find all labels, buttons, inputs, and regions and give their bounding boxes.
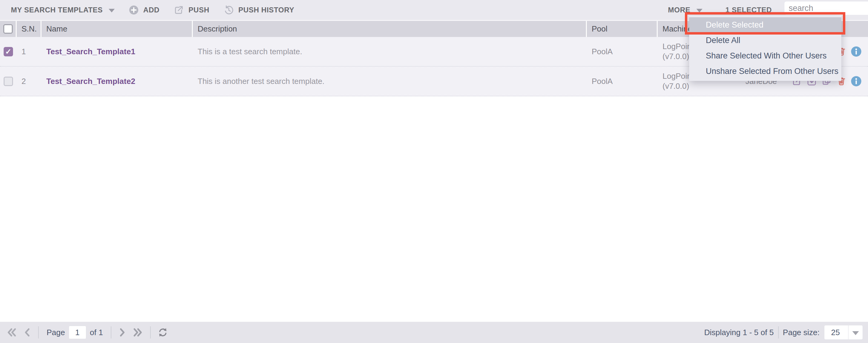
page-size-separator [848,325,849,339]
header-name: Name [41,21,193,37]
pagination-divider [38,326,39,339]
templates-dropdown-label: MY SEARCH TEMPLATES [11,6,102,14]
page-size-caret-icon [852,331,859,335]
template-name-link[interactable]: Test_Search_Template2 [46,77,135,86]
info-icon[interactable] [851,46,862,57]
page-number-input[interactable] [69,326,86,339]
menu-item-delete-selected[interactable]: Delete Selected [689,17,841,33]
pagination-bar: Page of 1 Displaying 1 - 5 of 5 [0,322,868,343]
first-page-icon[interactable] [6,327,18,338]
last-page-icon[interactable] [131,327,144,338]
select-all-cell [0,21,17,37]
toolbar-right-group: MORE 1 SELECTED [668,6,772,14]
templates-dropdown-button[interactable]: MY SEARCH TEMPLATES [11,6,115,14]
push-history-button[interactable]: PUSH HISTORY [223,4,294,16]
menu-item-share-selected[interactable]: Share Selected With Other Users [689,48,841,64]
push-history-icon [223,4,234,16]
more-dropdown-menu: Delete Selected Delete All Share Selecte… [689,16,841,81]
page-size-label: Page size: [783,328,819,337]
pagination-divider [778,326,779,339]
toolbar-left-group: MY SEARCH TEMPLATES ADD [11,4,308,16]
machine-version: (v7.0.0) [662,81,741,91]
page-label: Page [46,328,65,337]
refresh-icon[interactable] [157,327,168,338]
pagination-right-group: Displaying 1 - 5 of 5 Page size: 25 [704,325,863,339]
page-of-label: of 1 [90,328,103,337]
row-checkbox[interactable] [4,77,13,86]
search-box: ✕ [784,1,868,15]
next-page-icon[interactable] [118,327,126,338]
header-pool: Pool [587,21,658,37]
search-input[interactable] [784,4,868,13]
add-button-label: ADD [143,6,159,14]
page-size-select[interactable]: 25 [825,325,863,339]
prev-page-icon[interactable] [23,327,31,338]
my-search-templates-page: MY SEARCH TEMPLATES ADD [0,0,868,343]
info-icon[interactable] [851,76,862,87]
row-description: This is another test search template. [193,77,587,86]
pagination-divider [150,326,151,339]
displaying-status: Displaying 1 - 5 of 5 [704,328,774,337]
row-sn: 1 [17,47,41,56]
more-caret-icon [696,9,703,12]
row-checkbox[interactable] [4,47,13,56]
add-button[interactable]: ADD [129,5,159,15]
row-description: This is a test search template. [193,47,587,56]
push-history-button-label: PUSH HISTORY [239,6,294,14]
templates-caret-icon [108,9,115,12]
push-button-label: PUSH [189,6,210,14]
more-button-label: MORE [668,6,690,14]
pagination-divider [111,326,112,339]
row-checkbox-cell [0,47,17,56]
header-sn: S.N. [17,21,41,37]
more-button[interactable]: MORE [668,6,703,14]
row-name-cell: Test_Search_Template2 [41,77,193,86]
selected-count-badge: 1 SELECTED [725,6,772,14]
page-size-value: 25 [825,328,848,337]
row-pool: PoolA [587,77,658,86]
menu-item-delete-all[interactable]: Delete All [689,33,841,48]
row-name-cell: Test_Search_Template1 [41,47,193,56]
push-button[interactable]: PUSH [174,4,210,16]
select-all-checkbox[interactable] [3,24,13,34]
add-icon [129,5,139,15]
menu-item-unshare-selected[interactable]: Unshare Selected From Other Users [689,64,841,79]
push-icon [174,4,184,16]
row-pool: PoolA [587,47,658,56]
row-sn: 2 [17,77,41,86]
header-description: Description [193,21,587,37]
row-checkbox-cell [0,77,17,86]
template-name-link[interactable]: Test_Search_Template1 [46,47,135,56]
